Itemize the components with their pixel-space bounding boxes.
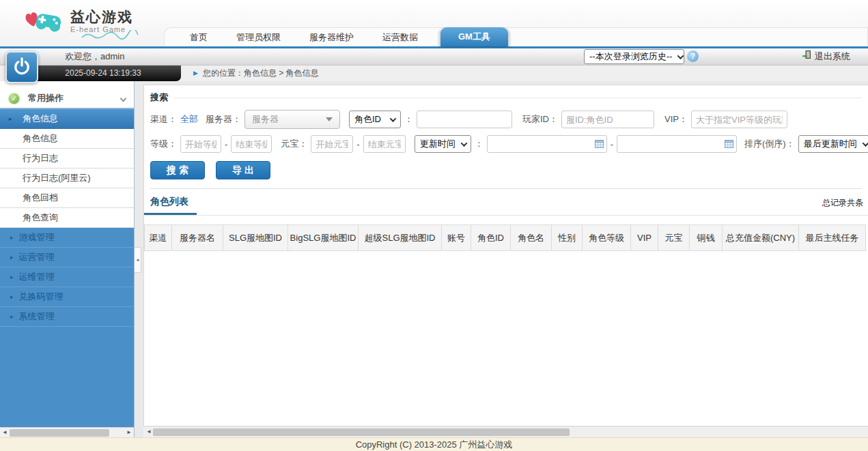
scrollbar-thumb[interactable]: [10, 429, 109, 437]
sidebar-group-label: 运营管理: [19, 251, 55, 263]
sidebar-item-behavior-log[interactable]: 行为日志: [0, 149, 134, 169]
heart-gamepad-logo-icon: [25, 9, 64, 39]
sidebar-item-label: 行为日志: [23, 153, 58, 163]
server-select-placeholder: 服务器: [252, 113, 279, 126]
sidebar-group-label: 系统管理: [19, 310, 55, 323]
sidebar-group-label: 游戏管理: [19, 231, 55, 244]
sidebar-top-section: ✓ 常用操作 ▸ 角色信息 角色信息 行为日志 行为日志(阿里云) 角色回档 角…: [0, 81, 134, 228]
search-section-title: 搜索: [150, 91, 168, 104]
level-label: 等级：: [150, 138, 177, 150]
sidebar-group-system-management[interactable]: ▸ 系统管理: [0, 307, 134, 327]
time-field-select[interactable]: 更新时间: [415, 135, 471, 153]
time-field-select-value: 更新时间: [420, 138, 456, 150]
col-slg-map-id: SLG服地图ID: [223, 225, 288, 251]
player-id-input[interactable]: [561, 111, 654, 128]
sidebar-group-game-management[interactable]: ▸ 游戏管理: [0, 228, 134, 248]
keyword-input[interactable]: [417, 111, 512, 128]
calendar-icon[interactable]: [595, 139, 604, 150]
logout-button[interactable]: 退出系统: [802, 48, 850, 65]
scroll-left-icon[interactable]: ◄: [1, 428, 9, 437]
chevron-down-icon: [120, 95, 127, 102]
logout-label: 退出系统: [815, 48, 850, 65]
history-select[interactable]: --本次登录浏览历史--: [584, 49, 684, 64]
calendar-icon[interactable]: [725, 139, 733, 150]
level-start-input[interactable]: [180, 135, 221, 153]
colon-separator: ：: [404, 113, 413, 126]
server-select[interactable]: 服务器: [244, 110, 340, 129]
search-field-select-value: 角色ID: [354, 113, 381, 126]
search-section: 搜索 渠道： 全部 服务器： 服务器 角色ID ：: [144, 85, 868, 189]
date-end-wrap: [617, 135, 737, 153]
status-bar: 2025-09-24 13:19:33 ▶ 您的位置：角色信息 > 角色信息: [0, 66, 868, 81]
search-field-select[interactable]: 角色ID: [349, 111, 401, 128]
sidebar-collapse-handle[interactable]: ◂: [135, 247, 141, 273]
gold-label: 元宝：: [281, 138, 307, 150]
gold-end-input[interactable]: [363, 135, 406, 153]
range-dash: -: [356, 139, 359, 149]
power-icon: [12, 57, 31, 78]
col-role-id: 角色ID: [471, 225, 511, 251]
help-icon[interactable]: ?: [687, 50, 699, 62]
sidebar-group-ops-maintenance[interactable]: ▸ 运维管理: [0, 267, 134, 287]
scroll-left-icon[interactable]: ◄: [145, 427, 153, 437]
sidebar-item-role-rollback[interactable]: 角色回档: [0, 188, 134, 208]
level-end-input[interactable]: [231, 135, 272, 153]
breadcrumb-text: 您的位置：角色信息 > 角色信息: [203, 66, 319, 81]
tab-gm-tool[interactable]: GM工具: [440, 27, 508, 46]
col-server-name: 服务器名: [172, 225, 223, 251]
group-arrow-icon: ▸: [10, 234, 14, 241]
sort-select-value: 最后更新时间: [804, 138, 857, 150]
sidebar-item-role-query[interactable]: 角色查询: [0, 208, 134, 228]
sidebar-item-behavior-log-aliyun[interactable]: 行为日志(阿里云): [0, 169, 134, 188]
date-start-input[interactable]: [487, 135, 607, 153]
tab-operation-data[interactable]: 运营数据: [368, 28, 432, 46]
role-list-tab[interactable]: 角色列表: [144, 196, 197, 215]
col-role-name: 角色名: [511, 225, 552, 251]
total-records-label: 总记录共条: [822, 197, 863, 215]
sidebar-horizontal-scrollbar[interactable]: ◄ ►: [0, 427, 134, 437]
chevron-down-icon: [862, 140, 868, 147]
group-arrow-icon: ▸: [10, 274, 14, 280]
sidebar-group-operation-management[interactable]: ▸ 运营管理: [0, 248, 134, 267]
col-role-level: 角色等级: [583, 225, 631, 251]
col-last-main-quest: 最后主线任务: [799, 225, 866, 251]
tab-admin-permission[interactable]: 管理员权限: [222, 28, 295, 46]
scroll-right-icon[interactable]: ►: [125, 428, 133, 437]
chevron-down-icon: [390, 115, 397, 122]
content-horizontal-scrollbar[interactable]: ◄: [143, 427, 868, 437]
tab-server-maintenance[interactable]: 服务器维护: [295, 28, 368, 46]
sidebar-group-label: 兑换码管理: [19, 291, 64, 303]
gm-tool-page: 益心游戏 E-heart Game 首页 管理员权限 服务器维护 运营数据 GM…: [0, 0, 868, 451]
signature-scribble-icon: [81, 30, 139, 44]
date-end-input[interactable]: [617, 135, 737, 153]
scrollbar-thumb[interactable]: [153, 428, 570, 436]
check-circle-icon: ✓: [8, 93, 20, 104]
sidebar-item-role-info[interactable]: 角色信息: [0, 129, 134, 149]
power-button[interactable]: [5, 51, 38, 83]
sort-select[interactable]: 最后更新时间: [798, 135, 868, 153]
group-arrow-icon: ▸: [10, 254, 14, 261]
active-item-arrow-icon: ▸: [9, 109, 12, 128]
vip-input[interactable]: [691, 111, 787, 128]
col-account: 账号: [442, 225, 471, 251]
search-row-1: 渠道： 全部 服务器： 服务器 角色ID ： 玩家ID： VIP：: [150, 110, 862, 129]
tab-home[interactable]: 首页: [176, 28, 222, 46]
sidebar-item-role-info-active[interactable]: ▸ 角色信息: [0, 109, 134, 129]
sidebar-group-redeem-code[interactable]: ▸ 兑换码管理: [0, 287, 134, 307]
col-channel: 渠道: [145, 225, 172, 251]
col-copper: 铜钱: [690, 225, 723, 251]
chevron-down-icon: [677, 53, 684, 59]
sidebar-header-label: 常用操作: [28, 92, 64, 104]
export-button[interactable]: 导 出: [216, 161, 270, 179]
top-header: 益心游戏 E-heart Game 首页 管理员权限 服务器维护 运营数据 GM…: [0, 0, 868, 48]
sort-label: 排序(倒序)：: [744, 138, 795, 150]
chevron-down-icon: [460, 140, 467, 147]
search-button[interactable]: 搜 索: [150, 161, 205, 179]
channel-all-link[interactable]: 全部: [180, 113, 198, 126]
sidebar: ✓ 常用操作 ▸ 角色信息 角色信息 行为日志 行为日志(阿里云) 角色回档 角…: [0, 81, 135, 437]
sidebar-header-common-operations[interactable]: ✓ 常用操作: [0, 89, 134, 109]
group-arrow-icon: ▸: [10, 313, 14, 320]
main-content: 搜索 渠道： 全部 服务器： 服务器 角色ID ：: [135, 81, 868, 437]
collapse-arrow-icon: ◂: [137, 257, 139, 263]
gold-start-input[interactable]: [311, 135, 353, 153]
